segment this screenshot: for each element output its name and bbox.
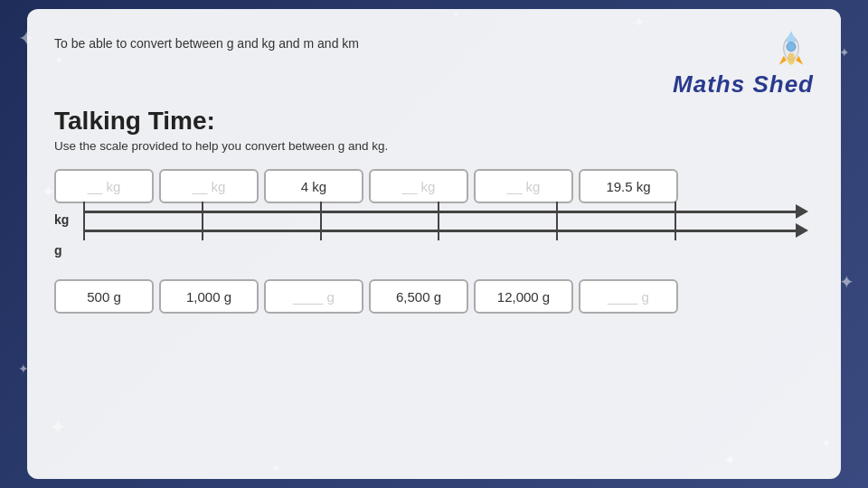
tick-2 xyxy=(320,202,322,221)
tick-g-3 xyxy=(438,221,439,240)
g-row: 500 g 1,000 g ____ g 6,500 g 12,000 g __… xyxy=(54,279,814,314)
objective-text: To be able to convert between g and kg a… xyxy=(54,36,673,51)
tick-1 xyxy=(202,202,203,221)
scale-section: __ kg __ kg 4 kg __ kg __ kg 19.5 kg kg … xyxy=(54,169,814,314)
g-number-line xyxy=(83,230,796,232)
line-labels: kg g xyxy=(54,212,80,258)
tick-4 xyxy=(556,202,558,221)
kg-label: kg xyxy=(54,212,80,227)
kg-box-1[interactable]: __ kg xyxy=(54,169,154,203)
kg-box-2[interactable]: __ kg xyxy=(159,169,259,203)
tick-g-5 xyxy=(675,221,676,240)
g-box-3[interactable]: ____ g xyxy=(264,279,363,314)
lines-container xyxy=(83,211,814,232)
rocket-icon xyxy=(769,27,814,72)
instruction-text: Use the scale provided to help you conve… xyxy=(54,139,814,153)
svg-marker-4 xyxy=(796,56,803,65)
g-box-4: 6,500 g xyxy=(369,279,468,314)
g-label: g xyxy=(54,243,80,258)
svg-point-2 xyxy=(787,42,796,52)
number-line-area: kg g xyxy=(54,203,814,276)
tick-g-4 xyxy=(556,221,558,240)
kg-number-line xyxy=(83,211,796,213)
header-row: To be able to convert between g and kg a… xyxy=(54,27,814,96)
kg-box-5[interactable]: __ kg xyxy=(474,169,573,203)
g-box-6[interactable]: ____ g xyxy=(579,279,678,314)
star-deco: ✦ xyxy=(839,271,854,293)
tick-0 xyxy=(83,202,85,221)
kg-box-3: 4 kg xyxy=(264,169,363,203)
tick-g-0 xyxy=(83,221,85,240)
svg-point-5 xyxy=(788,52,795,64)
kg-box-6: 19.5 kg xyxy=(579,169,678,203)
tick-3 xyxy=(438,202,439,221)
svg-marker-3 xyxy=(779,56,787,65)
tick-g-2 xyxy=(320,221,322,240)
g-box-2: 1,000 g xyxy=(159,279,259,314)
talking-time-heading: Talking Time: xyxy=(54,107,814,136)
logo-text: Maths Shed xyxy=(673,72,814,96)
logo-area: Maths Shed xyxy=(673,27,814,96)
g-box-1: 500 g xyxy=(54,279,154,314)
g-box-5: 12,000 g xyxy=(474,279,573,314)
tick-5 xyxy=(675,202,676,221)
content-panel: To be able to convert between g and kg a… xyxy=(27,9,841,479)
kg-box-4[interactable]: __ kg xyxy=(369,169,468,203)
tick-g-1 xyxy=(202,221,203,240)
kg-row: __ kg __ kg 4 kg __ kg __ kg 19.5 kg xyxy=(54,169,814,203)
svg-marker-1 xyxy=(785,31,797,42)
